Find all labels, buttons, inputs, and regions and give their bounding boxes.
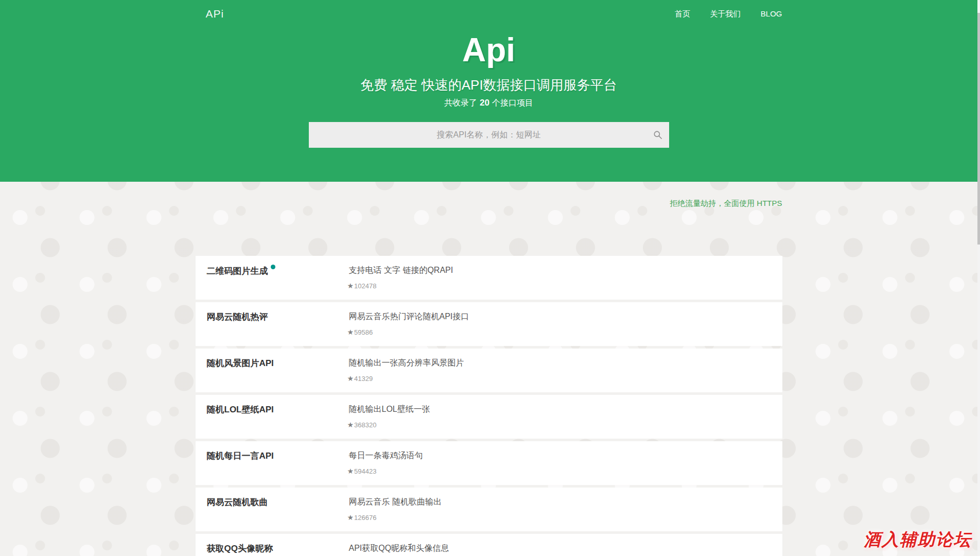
star-icon: ★ <box>347 467 354 475</box>
search-icon[interactable] <box>653 130 662 140</box>
page-subtitle: 免费 稳定 快速的API数据接口调用服务平台 <box>196 76 782 94</box>
api-star-count: ★594423 <box>347 467 377 475</box>
star-icon: ★ <box>347 421 354 429</box>
api-list-item[interactable]: 随机风景图片API 随机输出一张高分辨率风景图片 ★41329 <box>196 349 782 392</box>
scrollbar-track[interactable] <box>977 0 980 556</box>
api-name: 随机风景图片API <box>207 357 274 369</box>
api-star-count: ★41329 <box>347 374 373 383</box>
nav-item-about[interactable]: 关于我们 <box>710 9 741 18</box>
api-star-count: ★102478 <box>347 282 377 290</box>
count-number: 20 <box>480 98 489 108</box>
notice-row: 拒绝流量劫持，全面使用 HTTPS <box>0 199 977 208</box>
scrollbar-thumb[interactable] <box>977 13 980 245</box>
star-icon: ★ <box>347 282 354 290</box>
star-icon: ★ <box>347 328 354 336</box>
api-star-count: ★368320 <box>347 421 377 429</box>
count-suffix: 个接口项目 <box>492 98 533 107</box>
https-notice-link[interactable]: 拒绝流量劫持，全面使用 HTTPS <box>196 199 782 208</box>
search-box <box>309 122 669 148</box>
api-list-item[interactable]: 二维码图片生成 支持电话 文字 链接的QRAPI ★102478 <box>196 256 782 300</box>
nav-links: 首页 关于我们 BLOG <box>657 9 782 19</box>
api-description: API获取QQ昵称和头像信息 <box>349 543 449 554</box>
api-name: 二维码图片生成 <box>207 265 275 277</box>
hero-section: APi 首页 关于我们 BLOG Api 免费 稳定 快速的API数据接口调用服… <box>0 0 977 182</box>
star-icon: ★ <box>347 374 354 383</box>
api-count-line: 共收录了20个接口项目 <box>196 98 782 109</box>
brand-logo[interactable]: APi <box>206 8 224 20</box>
api-list-section: 二维码图片生成 支持电话 文字 链接的QRAPI ★102478 网易云随机热评… <box>0 256 977 556</box>
navbar: APi 首页 关于我们 BLOG <box>196 0 782 29</box>
new-badge-dot-icon <box>271 265 275 269</box>
api-list-item[interactable]: 随机LOL壁纸API 随机输出LOL壁纸一张 ★368320 <box>196 395 782 439</box>
api-list: 二维码图片生成 支持电话 文字 链接的QRAPI ★102478 网易云随机热评… <box>196 256 782 556</box>
api-description: 随机输出一张高分辨率风景图片 <box>349 358 464 369</box>
forum-watermark: 酒入辅助论坛 <box>864 528 974 551</box>
nav-item-home[interactable]: 首页 <box>675 9 690 18</box>
api-list-item[interactable]: 随机每日一言API 每日一条毒鸡汤语句 ★594423 <box>196 441 782 485</box>
api-star-count: ★59586 <box>347 328 373 336</box>
api-description: 随机输出LOL壁纸一张 <box>349 404 430 415</box>
api-star-count: ★126676 <box>347 513 377 522</box>
search-input[interactable] <box>309 122 669 148</box>
api-description: 支持电话 文字 链接的QRAPI <box>349 265 453 276</box>
api-description: 每日一条毒鸡汤语句 <box>349 450 423 461</box>
api-name: 网易云随机热评 <box>207 311 268 323</box>
star-icon: ★ <box>347 513 354 522</box>
count-prefix: 共收录了 <box>444 98 477 107</box>
nav-item-blog[interactable]: BLOG <box>761 9 782 18</box>
api-description: 网易云音乐热门评论随机API接口 <box>349 311 469 322</box>
api-list-item[interactable]: 网易云随机热评 网易云音乐热门评论随机API接口 ★59586 <box>196 302 782 346</box>
api-name: 随机每日一言API <box>207 450 274 462</box>
api-name: 获取QQ头像昵称 <box>207 543 273 554</box>
api-name: 随机LOL壁纸API <box>207 404 274 415</box>
api-name: 网易云随机歌曲 <box>207 496 268 508</box>
api-description: 网易云音乐 随机歌曲输出 <box>349 497 442 508</box>
api-list-item[interactable]: 获取QQ头像昵称 API获取QQ昵称和头像信息 <box>196 534 782 556</box>
page-title: Api <box>196 31 782 69</box>
api-list-item[interactable]: 网易云随机歌曲 网易云音乐 随机歌曲输出 ★126676 <box>196 488 782 531</box>
